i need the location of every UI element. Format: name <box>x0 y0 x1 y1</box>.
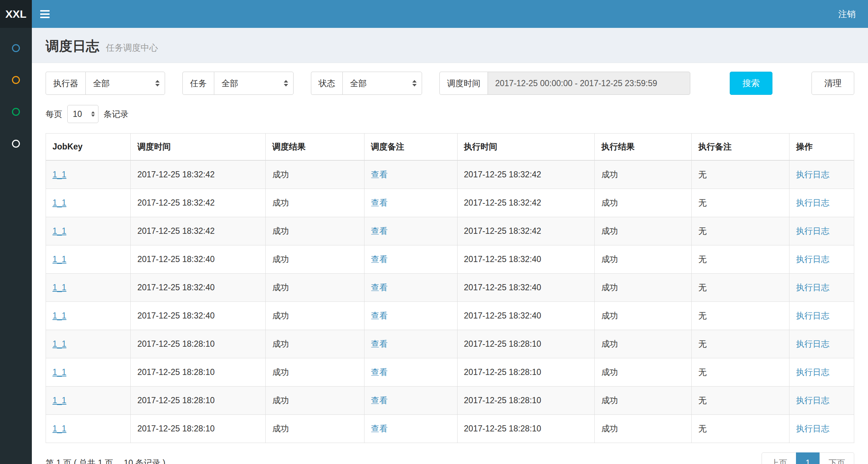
table-row: 1_12017-12-25 18:32:42成功查看2017-12-25 18:… <box>46 217 854 245</box>
search-button[interactable]: 搜索 <box>730 72 772 95</box>
jobkey-link-cell: 1_1 <box>46 387 131 415</box>
col-header-trigger-time: 调度时间 <box>131 134 266 161</box>
select-arrows-icon <box>284 80 288 87</box>
trigger-time-cell: 2017-12-25 18:32:42 <box>131 189 266 217</box>
exec-log-link-cell: 执行日志 <box>789 330 854 358</box>
sidebar-item-1[interactable] <box>0 32 32 64</box>
trigger-msg-link[interactable]: 查看 <box>371 170 388 179</box>
handle-msg-cell: 无 <box>692 415 789 443</box>
trigger-time-cell: 2017-12-25 18:32:40 <box>131 302 266 330</box>
trigger-time-label: 调度时间 <box>439 72 488 95</box>
handle-time-cell: 2017-12-25 18:28:10 <box>457 387 595 415</box>
jobkey-link-cell: 1_1 <box>46 415 131 443</box>
exec-log-link[interactable]: 执行日志 <box>796 283 829 292</box>
sidebar-item-4[interactable] <box>0 128 32 160</box>
job-label: 任务 <box>182 72 214 95</box>
handle-time-cell: 2017-12-25 18:32:40 <box>457 245 595 274</box>
trigger-time-cell: 2017-12-25 18:28:10 <box>131 358 266 387</box>
trigger-result-cell: 成功 <box>266 302 364 330</box>
handle-time-cell: 2017-12-25 18:32:40 <box>457 274 595 302</box>
sidebar-toggle-button[interactable] <box>32 0 58 28</box>
exec-log-link[interactable]: 执行日志 <box>796 170 829 179</box>
handle-msg-cell: 无 <box>692 358 789 387</box>
jobkey-link[interactable]: 1_1 <box>52 311 66 320</box>
trigger-msg-link-cell: 查看 <box>364 189 457 217</box>
table-header-row: JobKey 调度时间 调度结果 调度备注 执行时间 执行结果 执行备注 操作 <box>46 134 854 161</box>
trigger-msg-link[interactable]: 查看 <box>371 311 388 320</box>
job-select[interactable]: 全部 <box>214 72 294 95</box>
trigger-msg-link[interactable]: 查看 <box>371 254 388 264</box>
trigger-msg-link[interactable]: 查看 <box>371 339 388 349</box>
trigger-time-cell: 2017-12-25 18:32:42 <box>131 217 266 245</box>
logout-link[interactable]: 注销 <box>838 8 856 20</box>
trigger-msg-link-cell: 查看 <box>364 387 457 415</box>
handle-time-cell: 2017-12-25 18:32:42 <box>457 189 595 217</box>
exec-log-link-cell: 执行日志 <box>789 387 854 415</box>
trigger-msg-link[interactable]: 查看 <box>371 226 388 236</box>
jobkey-link[interactable]: 1_1 <box>52 170 66 179</box>
executor-filter-group: 执行器 全部 <box>46 72 165 95</box>
exec-log-link[interactable]: 执行日志 <box>796 424 829 433</box>
col-header-handle-result: 执行结果 <box>595 134 692 161</box>
exec-log-link[interactable]: 执行日志 <box>796 198 829 207</box>
prev-page-button[interactable]: 上页 <box>762 452 796 464</box>
current-page-button[interactable]: 1 <box>796 452 820 464</box>
sidebar-item-3[interactable] <box>0 96 32 128</box>
jobkey-link[interactable]: 1_1 <box>52 424 66 433</box>
jobkey-link[interactable]: 1_1 <box>52 198 66 207</box>
handle-msg-cell: 无 <box>692 245 789 274</box>
trigger-result-cell: 成功 <box>266 330 364 358</box>
handle-msg-cell: 无 <box>692 189 789 217</box>
executor-select[interactable]: 全部 <box>85 72 165 95</box>
pagination-info: 第 1 页 ( 总共 1 页， 10 条记录 ) <box>46 457 165 464</box>
trigger-msg-link[interactable]: 查看 <box>371 283 388 292</box>
trigger-result-cell: 成功 <box>266 415 364 443</box>
exec-log-link[interactable]: 执行日志 <box>796 254 829 264</box>
exec-log-link[interactable]: 执行日志 <box>796 367 829 377</box>
exec-log-link[interactable]: 执行日志 <box>796 311 829 320</box>
trigger-time-cell: 2017-12-25 18:28:10 <box>131 387 266 415</box>
jobkey-link[interactable]: 1_1 <box>52 283 66 292</box>
jobkey-link[interactable]: 1_1 <box>52 254 66 264</box>
handle-result-cell: 成功 <box>595 245 692 274</box>
circle-o-icon <box>12 76 20 84</box>
exec-log-link[interactable]: 执行日志 <box>796 226 829 236</box>
next-page-button[interactable]: 下页 <box>819 452 854 464</box>
exec-log-link[interactable]: 执行日志 <box>796 396 829 405</box>
handle-msg-cell: 无 <box>692 330 789 358</box>
page-size-row: 每页 10 条记录 <box>46 105 854 123</box>
jobkey-link[interactable]: 1_1 <box>52 396 66 405</box>
handle-msg-cell: 无 <box>692 217 789 245</box>
jobkey-link[interactable]: 1_1 <box>52 226 66 236</box>
clear-button[interactable]: 清理 <box>812 72 854 95</box>
handle-msg-cell: 无 <box>692 387 789 415</box>
trigger-time-cell: 2017-12-25 18:32:42 <box>131 160 266 189</box>
trigger-time-range-input[interactable] <box>488 72 690 95</box>
sidebar-item-2[interactable] <box>0 64 32 96</box>
status-select[interactable]: 全部 <box>342 72 422 95</box>
circle-o-icon <box>12 108 20 116</box>
trigger-time-cell: 2017-12-25 18:32:40 <box>131 274 266 302</box>
table-row: 1_12017-12-25 18:28:10成功查看2017-12-25 18:… <box>46 330 854 358</box>
page-size-select[interactable]: 10 <box>67 105 98 123</box>
handle-result-cell: 成功 <box>595 302 692 330</box>
status-filter-group: 状态 全部 <box>311 72 422 95</box>
trigger-msg-link[interactable]: 查看 <box>371 198 388 207</box>
app-logo: XXL <box>0 0 32 28</box>
exec-log-link-cell: 执行日志 <box>789 189 854 217</box>
trigger-msg-link[interactable]: 查看 <box>371 424 388 433</box>
page-size-prefix: 每页 <box>46 109 62 120</box>
job-select-value: 全部 <box>222 78 238 89</box>
col-header-action: 操作 <box>789 134 854 161</box>
jobkey-link[interactable]: 1_1 <box>52 339 66 349</box>
trigger-msg-link-cell: 查看 <box>364 415 457 443</box>
circle-o-icon <box>12 140 20 148</box>
content-header: 调度日志 任务调度中心 <box>32 28 868 63</box>
trigger-msg-link[interactable]: 查看 <box>371 367 388 377</box>
trigger-result-cell: 成功 <box>266 387 364 415</box>
trigger-msg-link[interactable]: 查看 <box>371 396 388 405</box>
exec-log-link[interactable]: 执行日志 <box>796 339 829 349</box>
jobkey-link[interactable]: 1_1 <box>52 367 66 377</box>
exec-log-link-cell: 执行日志 <box>789 302 854 330</box>
trigger-result-cell: 成功 <box>266 274 364 302</box>
